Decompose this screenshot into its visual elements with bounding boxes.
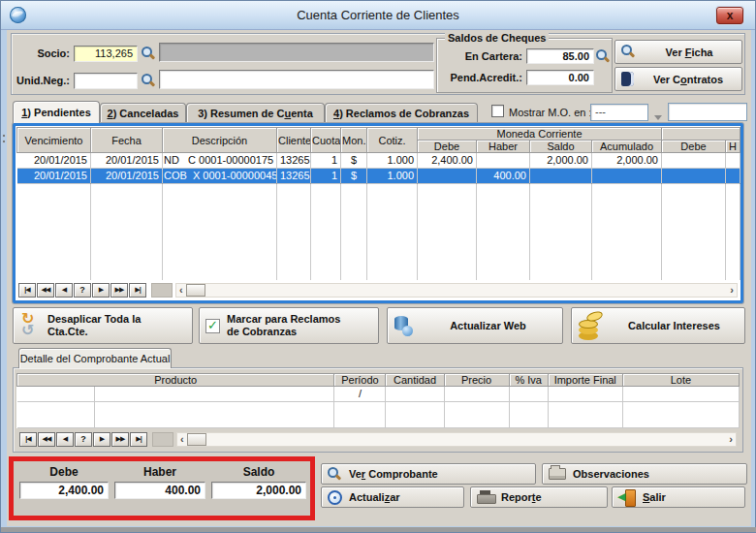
nav-last-button[interactable]: ▶| (129, 283, 146, 298)
nav-gap (151, 283, 173, 298)
scroll-thumb[interactable] (186, 284, 205, 297)
col-acumulado: Acumulado (592, 141, 662, 153)
nav-next-button[interactable]: ▶ (92, 283, 110, 298)
grid-navigator: |◀ ◀◀ ◀ ? ▶ ▶▶ ▶| ‹ › (16, 280, 740, 300)
mostrar-mo-label: Mostrar M.O. en : (509, 107, 592, 118)
detail-header-row: Producto Período Cantidad Precio % Iva I… (17, 374, 740, 387)
empty-row (17, 213, 740, 228)
mostrar-mo-combo[interactable]: --- (590, 104, 648, 121)
ver-comprobante-button[interactable]: Ver Comprobante (321, 463, 536, 485)
unidneg-name-field (159, 70, 434, 89)
col-importe-final: Importe Final (548, 374, 622, 387)
actualizar-web-button[interactable]: Actualizar Web (387, 307, 563, 344)
en-cartera-label: En Cartera: (441, 50, 522, 62)
table-row[interactable]: 20/01/2015 20/01/2015 ND C 0001-00000175… (17, 153, 740, 169)
nav-help-button[interactable]: ? (74, 283, 91, 298)
nav-prev-page-button[interactable]: ◀◀ (37, 283, 54, 298)
scroll-left-icon[interactable]: ‹ (177, 433, 187, 446)
col-haber: Haber (477, 141, 530, 153)
debe-total-field: 2,400.00 (19, 482, 109, 499)
printer-icon (477, 490, 494, 504)
calcular-intereses-button[interactable]: Calcular Intereses (571, 307, 745, 344)
close-button[interactable]: x (716, 7, 743, 24)
debe-total-label: Debe (19, 465, 109, 479)
nav-help-button[interactable]: ? (75, 432, 92, 447)
annotation-red-box: Debe Haber Saldo 2,400.00 400.00 2,000.0… (9, 456, 315, 520)
app-window: Cuenta Corriente de Clientes x Socio: 11… (0, 0, 756, 533)
nav-last-button[interactable]: ▶| (130, 432, 147, 447)
col-producto: Producto (17, 374, 334, 387)
header-panel: Socio: 113,265 Unid.Neg.: Saldos de Cheq… (11, 33, 745, 95)
marcar-reclamos-button[interactable]: Marcar para Reclamosde Cobranzas (199, 307, 379, 344)
socio-name-field (159, 43, 434, 62)
socio-search-icon[interactable] (142, 47, 156, 61)
nav-next-page-button[interactable]: ▶▶ (110, 283, 128, 298)
scroll-right-icon[interactable]: › (727, 284, 737, 297)
horizontal-scrollbar[interactable]: ‹ › (176, 432, 737, 447)
window-title: Cuenta Corriente de Clientes (1, 8, 755, 22)
col-vencimiento: Vencimiento (17, 128, 91, 153)
col-haber-2: H (726, 141, 740, 153)
detail-row[interactable]: / (17, 387, 740, 402)
table-row-selected[interactable]: 20/01/2015 20/01/2015 COB X 0001-0000004… (17, 169, 740, 184)
group-moneda-corriente: Moneda Corriente (418, 128, 662, 141)
desaplicar-ctacte-button[interactable]: Desaplicar Toda laCta.Cte. (13, 307, 193, 344)
detail-navigator: |◀ ◀◀ ◀ ? ▶ ▶▶ ▶| ‹ › (16, 429, 740, 450)
tab-canceladas[interactable]: 2) Canceladas (100, 103, 186, 122)
col-cantidad: Cantidad (386, 374, 444, 387)
col-cliente: Cliente (277, 128, 311, 153)
nav-first-button[interactable]: |◀ (19, 432, 37, 447)
col-iva: % Iva (509, 374, 548, 387)
nav-next-button[interactable]: ▶ (93, 432, 110, 447)
refresh-icon (19, 313, 41, 338)
socio-input[interactable]: 113,265 (74, 46, 138, 62)
nav-prev-page-button[interactable]: ◀◀ (38, 432, 55, 447)
ver-ficha-button[interactable]: Ver Ficha (614, 40, 742, 64)
unidneg-search-icon[interactable] (142, 74, 156, 88)
nav-gap (152, 432, 173, 447)
empty-row (17, 402, 740, 428)
book-icon (621, 72, 634, 86)
unidneg-input[interactable] (74, 73, 138, 89)
exit-door-icon (618, 489, 636, 506)
horizontal-scrollbar[interactable]: ‹ › (175, 283, 738, 298)
splitter-handle[interactable] (2, 133, 7, 144)
reporte-button[interactable]: Reporte (470, 486, 608, 508)
nav-first-button[interactable]: |◀ (18, 283, 36, 298)
col-saldo: Saldo (530, 141, 592, 153)
checkbox-check-icon (205, 319, 220, 333)
haber-total-label: Haber (114, 465, 205, 479)
desktop-strip (1, 527, 756, 532)
tab-resumen-cuenta[interactable]: 3) Resumen de Cuenta (186, 103, 325, 122)
window-content: Socio: 113,265 Unid.Neg.: Saldos de Cheq… (7, 30, 751, 526)
tab-pendientes[interactable]: 1) Pendientes (13, 101, 100, 123)
mostrar-mo-checkbox[interactable] (491, 105, 504, 117)
detalle-table: Producto Período Cantidad Precio % Iva I… (16, 373, 740, 428)
actualizar-button[interactable]: Actualizar (321, 486, 464, 508)
chevron-down-icon[interactable] (654, 115, 662, 120)
titlebar[interactable]: Cuenta Corriente de Clientes x (1, 1, 755, 30)
scroll-left-icon[interactable]: ‹ (176, 284, 186, 297)
observaciones-button[interactable]: Observaciones (542, 463, 747, 485)
tab-detalle-comprobante[interactable]: Detalle del Comprobante Actual (18, 348, 172, 368)
pend-acredit-label: Pend.Acredit.: (441, 72, 522, 83)
coins-icon (578, 312, 603, 339)
folder-icon (549, 468, 566, 480)
haber-total-field: 400.00 (114, 482, 205, 499)
en-cartera-field: 85.00 (526, 48, 594, 64)
nav-next-page-button[interactable]: ▶▶ (111, 432, 129, 447)
nav-prev-button[interactable]: ◀ (55, 283, 73, 298)
mostrar-mo-aux-field[interactable] (668, 103, 747, 121)
en-cartera-search-icon[interactable] (596, 49, 611, 64)
nav-prev-button[interactable]: ◀ (56, 432, 74, 447)
magnifier-icon (328, 467, 342, 482)
scroll-right-icon[interactable]: › (726, 433, 736, 446)
close-icon: x (727, 10, 734, 21)
empty-row (17, 257, 740, 271)
col-descripcion: Descripción (163, 128, 277, 153)
ver-contratos-button[interactable]: Ver Contratos (614, 67, 742, 91)
tab-reclamos-cobranzas[interactable]: 4) Reclamos de Cobranzas (325, 103, 478, 122)
salir-button[interactable]: Salir (612, 486, 745, 508)
empty-row (17, 199, 740, 213)
scroll-thumb[interactable] (187, 433, 206, 446)
